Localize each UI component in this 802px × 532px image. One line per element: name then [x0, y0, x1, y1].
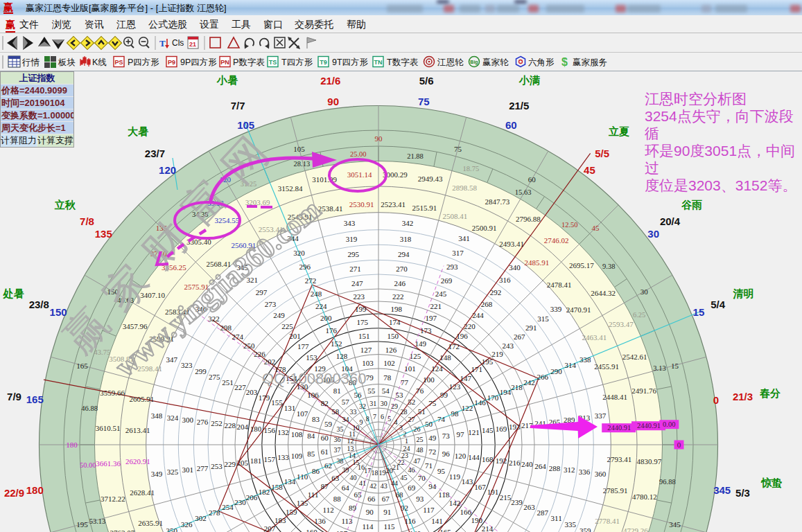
- svg-text:322: 322: [208, 314, 220, 323]
- svg-text:196: 196: [456, 332, 468, 340]
- svg-text:75: 75: [418, 96, 430, 107]
- svg-text:177: 177: [297, 342, 309, 351]
- svg-text:317: 317: [452, 249, 464, 257]
- svg-text:9.38: 9.38: [602, 263, 615, 270]
- svg-text:272: 272: [305, 276, 317, 285]
- svg-text:5/3: 5/3: [735, 487, 750, 499]
- svg-text:2530.91: 2530.91: [349, 200, 374, 209]
- svg-text:148: 148: [439, 353, 451, 362]
- svg-text:216: 216: [509, 459, 521, 467]
- svg-text:117: 117: [423, 506, 435, 514]
- svg-text:218: 218: [511, 383, 523, 391]
- svg-text:165: 165: [76, 362, 88, 370]
- svg-text:53: 53: [396, 391, 404, 399]
- svg-text:23/8: 23/8: [29, 299, 49, 310]
- svg-text:52: 52: [408, 398, 415, 406]
- svg-text:46.88: 46.88: [81, 405, 98, 412]
- svg-text:225: 225: [281, 322, 293, 330]
- svg-text:30: 30: [381, 400, 387, 407]
- svg-text:181: 181: [250, 456, 262, 465]
- svg-text:小满: 小满: [518, 74, 540, 86]
- svg-text:337: 337: [595, 411, 607, 420]
- svg-text:125: 125: [410, 352, 421, 360]
- svg-text:立夏: 立夏: [608, 125, 629, 137]
- svg-text:194: 194: [500, 388, 512, 396]
- svg-text:193: 193: [509, 423, 521, 431]
- svg-text:32: 32: [359, 402, 366, 410]
- svg-text:76: 76: [416, 387, 424, 395]
- svg-text:195: 195: [76, 520, 88, 529]
- svg-text:9T四方形: 9T四方形: [332, 57, 369, 67]
- svg-text:119: 119: [449, 472, 461, 481]
- svg-text:清明: 清明: [733, 287, 754, 299]
- svg-text:295: 295: [348, 250, 360, 258]
- svg-text:316: 316: [499, 276, 511, 284]
- svg-text:158: 158: [271, 483, 283, 491]
- svg-text:227: 227: [234, 383, 246, 391]
- svg-text:293: 293: [446, 263, 458, 271]
- svg-text:132: 132: [277, 428, 289, 436]
- svg-text:12: 12: [347, 437, 354, 445]
- svg-text:240: 240: [521, 460, 533, 468]
- svg-text:2: 2: [403, 430, 406, 438]
- svg-text:155: 155: [271, 398, 283, 407]
- svg-text:201: 201: [289, 332, 301, 340]
- svg-text:191: 191: [487, 488, 499, 496]
- svg-text:170: 170: [487, 393, 499, 402]
- svg-text:74: 74: [437, 415, 446, 423]
- svg-text:37: 37: [334, 446, 341, 454]
- svg-text:54: 54: [382, 387, 390, 395]
- svg-text:242: 242: [523, 378, 535, 387]
- svg-text:245: 245: [435, 290, 447, 298]
- svg-text:311: 311: [551, 514, 562, 522]
- svg-text:27: 27: [408, 416, 415, 423]
- svg-text:2746.02: 2746.02: [544, 236, 569, 245]
- svg-text:T数字表: T数字表: [387, 57, 419, 67]
- svg-text:T9: T9: [320, 59, 327, 66]
- svg-text:T: T: [159, 38, 166, 48]
- svg-text:2785.91: 2785.91: [603, 486, 628, 495]
- svg-text:2470.91: 2470.91: [566, 305, 591, 314]
- svg-text:349: 349: [151, 470, 163, 478]
- svg-text:359: 359: [579, 526, 591, 532]
- svg-text:51: 51: [418, 407, 426, 416]
- svg-text:75: 75: [454, 145, 462, 153]
- svg-text:0.00: 0.00: [663, 420, 675, 428]
- svg-text:91: 91: [383, 508, 391, 516]
- svg-text:270: 270: [396, 265, 408, 273]
- svg-text:2440.91: 2440.91: [607, 424, 631, 432]
- svg-text:25.00: 25.00: [350, 150, 367, 158]
- svg-text:219: 219: [491, 350, 503, 358]
- svg-text:立秋: 立秋: [54, 199, 76, 211]
- svg-text:15.63: 15.63: [515, 188, 532, 196]
- svg-text:45: 45: [401, 474, 408, 481]
- svg-text:121: 121: [468, 428, 480, 436]
- svg-text:152: 152: [331, 339, 342, 348]
- svg-text:2635.91: 2635.91: [138, 519, 163, 527]
- svg-text:23/7: 23/7: [145, 148, 165, 159]
- svg-text:42: 42: [369, 482, 376, 490]
- svg-text:23: 23: [401, 452, 408, 459]
- svg-text:116: 116: [404, 517, 416, 525]
- svg-text:41: 41: [359, 479, 366, 487]
- svg-text:180: 180: [26, 484, 44, 496]
- svg-text:惊蛰: 惊蛰: [760, 477, 782, 488]
- svg-text:150: 150: [387, 332, 399, 340]
- svg-text:198: 198: [391, 305, 403, 313]
- svg-text:2847.73: 2847.73: [485, 197, 510, 206]
- svg-text:79: 79: [366, 373, 374, 382]
- svg-text:360: 360: [595, 470, 607, 478]
- svg-text:44: 44: [391, 479, 398, 487]
- svg-text:31: 31: [369, 400, 376, 407]
- svg-text:136: 136: [314, 517, 326, 525]
- svg-text:17: 17: [364, 467, 371, 475]
- svg-text:2455.91: 2455.91: [594, 362, 619, 371]
- svg-text:3661.36: 3661.36: [96, 459, 121, 468]
- svg-text:180: 180: [250, 425, 262, 433]
- svg-text:268: 268: [481, 300, 493, 308]
- svg-text:61: 61: [321, 447, 329, 456]
- svg-text:266: 266: [537, 373, 549, 381]
- svg-text:3: 3: [399, 424, 403, 432]
- svg-text:21/5: 21/5: [509, 100, 529, 112]
- svg-text:六角形: 六角形: [528, 57, 555, 67]
